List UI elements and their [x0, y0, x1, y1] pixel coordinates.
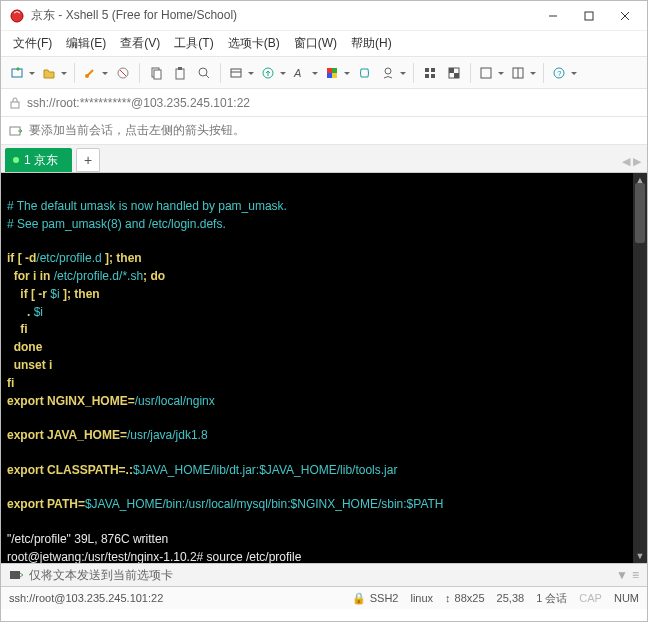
svg-rect-38 — [11, 102, 19, 108]
minimize-button[interactable] — [535, 2, 571, 30]
connection-status-dot-icon — [13, 157, 19, 163]
svg-rect-17 — [231, 69, 241, 77]
lock-icon: 🔒 — [352, 592, 366, 605]
close-button[interactable] — [607, 2, 643, 30]
copy-button[interactable] — [145, 62, 167, 84]
svg-point-8 — [85, 74, 89, 78]
scroll-down-icon[interactable]: ▼ — [633, 549, 647, 563]
menu-window[interactable]: 窗口(W) — [288, 32, 343, 55]
svg-rect-32 — [454, 73, 459, 78]
font-button[interactable]: A — [290, 62, 320, 84]
script-button[interactable] — [354, 62, 376, 84]
menu-file[interactable]: 文件(F) — [7, 32, 58, 55]
svg-text:?: ? — [557, 69, 562, 78]
menu-tabs[interactable]: 选项卡(B) — [222, 32, 286, 55]
svg-rect-21 — [327, 68, 332, 73]
status-cap: CAP — [579, 592, 602, 604]
color-button[interactable] — [322, 62, 352, 84]
status-sessions: 1 会话 — [536, 591, 567, 606]
arrange-button[interactable] — [508, 62, 538, 84]
svg-rect-5 — [12, 69, 22, 77]
separator — [74, 63, 75, 83]
terminal-line: # See pam_umask(8) and /etc/login.defs. — [7, 217, 226, 231]
statusbar: ssh://root@103.235.245.101:22 🔒SSH2 linu… — [1, 587, 647, 609]
menu-tools[interactable]: 工具(T) — [168, 32, 219, 55]
svg-rect-27 — [431, 68, 435, 72]
separator — [220, 63, 221, 83]
separator — [139, 63, 140, 83]
svg-rect-22 — [332, 68, 337, 73]
help-button[interactable]: ? — [549, 62, 579, 84]
separator — [470, 63, 471, 83]
status-connection: ssh://root@103.235.245.101:22 — [9, 592, 163, 604]
broadcast-icon[interactable] — [9, 568, 23, 582]
hintbar: 要添加当前会话，点击左侧的箭头按钮。 — [1, 117, 647, 145]
transfer-button[interactable] — [258, 62, 288, 84]
toolbar: A ? — [1, 57, 647, 89]
grip-icon[interactable]: ≡ — [632, 568, 639, 582]
svg-rect-12 — [154, 70, 161, 79]
separator — [413, 63, 414, 83]
layout-button[interactable] — [476, 62, 506, 84]
lock-icon — [9, 97, 21, 109]
status-num: NUM — [614, 592, 639, 604]
address-text[interactable]: ssh://root:***********@103.235.245.101:2… — [27, 96, 250, 110]
svg-rect-14 — [178, 67, 182, 70]
svg-rect-2 — [585, 12, 593, 20]
fullscreen-button[interactable] — [419, 62, 441, 84]
svg-point-15 — [199, 68, 207, 76]
app-logo-icon — [9, 8, 25, 24]
svg-line-16 — [206, 75, 209, 78]
status-size: ↕88x25 — [445, 592, 484, 604]
menu-view[interactable]: 查看(V) — [114, 32, 166, 55]
menu-edit[interactable]: 编辑(E) — [60, 32, 112, 55]
open-session-button[interactable] — [39, 62, 69, 84]
status-protocol: 🔒SSH2 — [352, 592, 399, 605]
window-title: 京东 - Xshell 5 (Free for Home/School) — [31, 7, 535, 24]
session-tab[interactable]: 1 京东 — [5, 148, 72, 172]
tab-label: 1 京东 — [24, 152, 58, 169]
new-tab-button[interactable]: + — [76, 148, 100, 172]
scroll-thumb[interactable] — [635, 183, 645, 243]
svg-rect-29 — [431, 74, 435, 78]
properties-button[interactable] — [226, 62, 256, 84]
menubar: 文件(F) 编辑(E) 查看(V) 工具(T) 选项卡(B) 窗口(W) 帮助(… — [1, 31, 647, 57]
menu-help[interactable]: 帮助(H) — [345, 32, 398, 55]
new-session-button[interactable] — [7, 62, 37, 84]
separator — [543, 63, 544, 83]
toggle-down-icon[interactable]: ▼ — [616, 568, 628, 582]
disconnect-button[interactable] — [112, 62, 134, 84]
svg-rect-26 — [425, 68, 429, 72]
send-command-text: 仅将文本发送到当前选项卡 — [29, 567, 173, 584]
svg-rect-28 — [425, 74, 429, 78]
svg-rect-23 — [327, 73, 332, 78]
addressbar: ssh://root:***********@103.235.245.101:2… — [1, 89, 647, 117]
tab-bar: 1 京东 + ◀ ▶ — [1, 145, 647, 173]
svg-point-25 — [385, 68, 391, 74]
svg-rect-31 — [449, 68, 454, 73]
tab-nav-arrows[interactable]: ◀ ▶ — [622, 155, 641, 168]
svg-rect-24 — [332, 73, 337, 78]
terminal[interactable]: # The default umask is now handled by pa… — [1, 173, 647, 563]
svg-rect-13 — [176, 69, 184, 79]
terminal-scrollbar[interactable]: ▲ ▼ — [633, 173, 647, 563]
terminal-line: # The default umask is now handled by pa… — [7, 199, 287, 213]
user-key-button[interactable] — [378, 62, 408, 84]
find-button[interactable] — [193, 62, 215, 84]
hint-text: 要添加当前会话，点击左侧的箭头按钮。 — [29, 122, 245, 139]
svg-line-10 — [120, 70, 126, 76]
status-os: linux — [410, 592, 433, 604]
svg-rect-33 — [481, 68, 491, 78]
svg-text:A: A — [293, 67, 301, 79]
status-cursor: 25,38 — [497, 592, 525, 604]
transparency-button[interactable] — [443, 62, 465, 84]
send-command-bar: 仅将文本发送到当前选项卡 ▼ ≡ — [1, 563, 647, 587]
titlebar: 京东 - Xshell 5 (Free for Home/School) — [1, 1, 647, 31]
maximize-button[interactable] — [571, 2, 607, 30]
svg-rect-40 — [10, 571, 20, 579]
reconnect-button[interactable] — [80, 62, 110, 84]
paste-button[interactable] — [169, 62, 191, 84]
add-session-arrow-icon[interactable] — [9, 124, 23, 138]
